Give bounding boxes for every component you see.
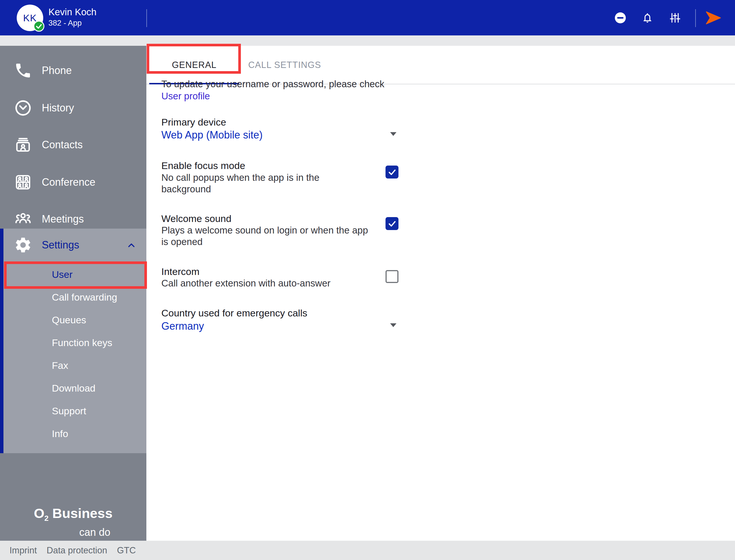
intercom-checkbox[interactable]	[386, 270, 399, 283]
user-meta: Kevin Koch 382 - App	[48, 6, 96, 28]
primary-device-label: Primary device	[161, 117, 226, 128]
subitem-label: Info	[52, 428, 68, 439]
sidebar-subitem-function-keys[interactable]: Function keys	[0, 331, 146, 354]
check-icon	[34, 22, 43, 31]
main-content: GENERAL CALL SETTINGS To update your use…	[146, 46, 735, 541]
footer-bar: Imprint Data protection GTC	[0, 541, 735, 560]
tune-sliders-icon[interactable]	[669, 12, 681, 24]
caret-down-icon[interactable]	[390, 323, 397, 327]
sidebar-item-label: Conference	[42, 176, 95, 188]
data-protection-link[interactable]: Data protection	[47, 545, 107, 556]
primary-device-select[interactable]: Web App (Mobile site)	[161, 129, 263, 141]
sidebar-item-label: Contacts	[42, 139, 83, 151]
sidebar-item-label: Meetings	[42, 213, 84, 225]
notifications-bell-icon[interactable]	[642, 12, 653, 24]
sidebar-item-conference[interactable]: Conference	[0, 168, 146, 196]
focus-mode-checkbox[interactable]	[386, 166, 399, 179]
app-window: KK Kevin Koch 382 - App	[0, 0, 735, 560]
contacts-icon	[13, 135, 33, 155]
intro-line: To update your username or password, ple…	[161, 78, 427, 90]
conference-icon	[13, 172, 33, 192]
chevron-up-icon	[126, 240, 137, 250]
dnd-status-icon[interactable]	[615, 12, 626, 24]
subitem-label: User	[52, 269, 73, 280]
presence-badge	[33, 21, 44, 32]
user-extension: 382 - App	[48, 18, 96, 28]
intro-text: To update your username or password, ple…	[161, 78, 427, 102]
sidebar-item-settings[interactable]: Settings	[0, 229, 146, 261]
subitem-label: Function keys	[52, 337, 112, 348]
intercom-description: Call another extension with auto-answer	[161, 278, 330, 289]
sidebar-item-history[interactable]: History	[0, 94, 146, 122]
welcome-sound-label: Welcome sound	[161, 213, 231, 224]
sidebar-item-label: Settings	[42, 239, 79, 251]
logo-tagline: can do	[0, 526, 146, 539]
sidebar: Phone History Contacts	[0, 46, 146, 541]
user-name: Kevin Koch	[48, 6, 96, 18]
history-icon	[13, 98, 33, 118]
sidebar-footer-area: O2 Business can do	[0, 453, 146, 541]
subitem-label: Support	[52, 405, 86, 417]
emergency-country-label: Country used for emergency calls	[161, 307, 307, 319]
sidebar-subitem-support[interactable]: Support	[0, 400, 146, 422]
sidebar-subitem-queues[interactable]: Queues	[0, 309, 146, 331]
imprint-link[interactable]: Imprint	[10, 545, 37, 556]
gtc-link[interactable]: GTC	[117, 545, 136, 556]
sidebar-subitem-fax[interactable]: Fax	[0, 354, 146, 377]
sidebar-item-label: Phone	[42, 64, 72, 77]
gear-icon	[13, 235, 33, 255]
sidebar-item-contacts[interactable]: Contacts	[0, 131, 146, 159]
welcome-sound-checkbox[interactable]	[386, 217, 399, 230]
focus-mode-label: Enable focus mode	[161, 160, 245, 171]
subitem-label: Queues	[52, 314, 86, 326]
user-profile-link[interactable]: User profile	[161, 90, 427, 102]
sidebar-item-phone[interactable]: Phone	[0, 57, 146, 84]
meetings-icon	[13, 209, 33, 229]
header-divider	[695, 9, 696, 27]
focus-mode-description: No call popups when the app is in the ba…	[161, 172, 319, 195]
settings-section: Settings User Call forwarding Queues Fun…	[0, 229, 146, 453]
phone-icon	[13, 61, 33, 80]
sidebar-item-label: History	[42, 102, 74, 114]
header-divider	[146, 9, 147, 27]
brand-arrow-icon[interactable]	[705, 11, 721, 25]
subheader-band	[0, 35, 735, 46]
intercom-label: Intercom	[161, 266, 199, 277]
settings-submenu: User Call forwarding Queues Function key…	[0, 263, 146, 445]
subitem-label: Call forwarding	[52, 292, 117, 303]
caret-down-icon[interactable]	[390, 132, 397, 136]
logo-brand: O2 Business	[0, 506, 146, 526]
subitem-label: Fax	[52, 360, 68, 371]
subitem-label: Download	[52, 383, 95, 394]
sidebar-subitem-download[interactable]: Download	[0, 377, 146, 400]
emergency-country-select[interactable]: Germany	[161, 320, 204, 332]
header-bar: KK Kevin Koch 382 - App	[0, 0, 735, 35]
welcome-sound-description: Plays a welcome sound on login or when t…	[161, 225, 368, 248]
sidebar-subitem-user[interactable]: User	[0, 263, 146, 286]
sidebar-subitem-info[interactable]: Info	[0, 422, 146, 445]
sidebar-subitem-call-forwarding[interactable]: Call forwarding	[0, 286, 146, 309]
avatar[interactable]: KK	[17, 5, 43, 31]
o2-business-logo: O2 Business can do	[0, 506, 146, 539]
